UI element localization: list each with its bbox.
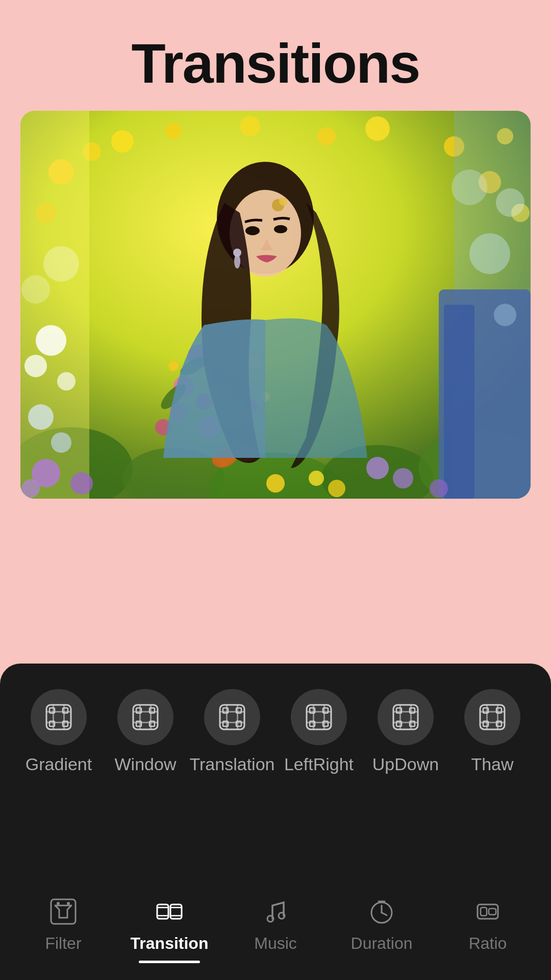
transition-icon-thaw <box>464 689 520 745</box>
duration-icon <box>365 895 398 928</box>
svg-point-65 <box>366 457 389 479</box>
transition-label-translation: Translation <box>190 754 275 774</box>
svg-point-63 <box>393 468 413 488</box>
svg-point-42 <box>168 361 179 371</box>
nav-item-duration[interactable]: Duration <box>329 895 435 953</box>
svg-rect-139 <box>481 908 487 916</box>
transition-icon-leftright <box>291 689 347 745</box>
svg-point-27 <box>21 479 40 498</box>
transition-label-leftright: LeftRight <box>284 754 354 774</box>
svg-point-66 <box>266 474 285 493</box>
svg-point-7 <box>317 127 336 145</box>
svg-point-64 <box>430 479 448 498</box>
bottom-nav: Filter Transition <box>0 878 551 980</box>
nav-item-filter[interactable]: Filter <box>10 895 116 953</box>
transition-item-window[interactable]: Window <box>102 689 189 774</box>
transition-nav-icon <box>153 895 186 928</box>
transitions-row: Gradient Window <box>0 664 551 785</box>
nav-label-duration: Duration <box>351 934 413 953</box>
svg-rect-56 <box>444 305 474 499</box>
nav-item-ratio[interactable]: Ratio <box>435 895 541 953</box>
svg-line-136 <box>382 913 387 915</box>
svg-point-57 <box>469 233 510 274</box>
nav-item-music[interactable]: Music <box>222 895 329 953</box>
ratio-icon <box>471 895 504 928</box>
svg-point-50 <box>274 225 287 233</box>
transition-label-gradient: Gradient <box>26 754 92 774</box>
transition-item-updown[interactable]: UpDown <box>362 689 449 774</box>
svg-point-58 <box>496 188 524 217</box>
transition-label-thaw: Thaw <box>471 754 513 774</box>
svg-rect-140 <box>489 909 496 915</box>
svg-point-125 <box>67 902 70 905</box>
image-preview <box>20 111 531 499</box>
music-icon <box>259 895 292 928</box>
nav-label-music: Music <box>254 934 297 953</box>
transition-item-leftright[interactable]: LeftRight <box>276 689 362 774</box>
svg-point-26 <box>70 472 93 495</box>
svg-point-124 <box>57 902 60 905</box>
svg-point-52 <box>234 254 240 268</box>
svg-point-23 <box>28 404 54 430</box>
transition-label-updown: UpDown <box>372 754 439 774</box>
nav-item-transition[interactable]: Transition <box>116 895 222 953</box>
svg-point-22 <box>57 372 76 390</box>
filter-icon <box>47 895 80 928</box>
svg-point-8 <box>365 116 390 141</box>
svg-rect-127 <box>170 904 182 919</box>
svg-point-49 <box>245 226 260 235</box>
svg-point-67 <box>309 471 324 486</box>
active-bar <box>139 961 200 963</box>
svg-point-20 <box>36 325 66 356</box>
nav-label-ratio: Ratio <box>469 934 507 953</box>
transition-icon-gradient <box>31 689 87 745</box>
svg-rect-123 <box>51 899 76 924</box>
svg-point-4 <box>111 130 134 153</box>
svg-rect-126 <box>157 904 168 919</box>
svg-point-59 <box>452 169 487 205</box>
svg-point-24 <box>51 432 71 453</box>
page-title: Transitions <box>0 0 551 111</box>
transition-item-gradient[interactable]: Gradient <box>15 689 102 774</box>
transition-item-translation[interactable]: Translation <box>189 689 276 774</box>
svg-point-54 <box>279 198 287 206</box>
svg-point-21 <box>24 355 47 377</box>
nav-label-filter: Filter <box>45 934 81 953</box>
svg-point-62 <box>21 275 50 304</box>
svg-point-5 <box>165 123 182 139</box>
svg-point-68 <box>328 480 345 497</box>
svg-point-60 <box>494 304 516 326</box>
control-panel: Gradient Window <box>0 664 551 980</box>
nav-label-transition: Transition <box>131 934 209 953</box>
transition-icon-window <box>117 689 173 745</box>
transition-icon-updown <box>378 689 434 745</box>
svg-point-61 <box>43 246 79 282</box>
svg-point-6 <box>240 116 260 136</box>
transition-icon-translation <box>204 689 260 745</box>
transition-label-window: Window <box>115 754 177 774</box>
transition-item-thaw[interactable]: Thaw <box>449 689 536 774</box>
